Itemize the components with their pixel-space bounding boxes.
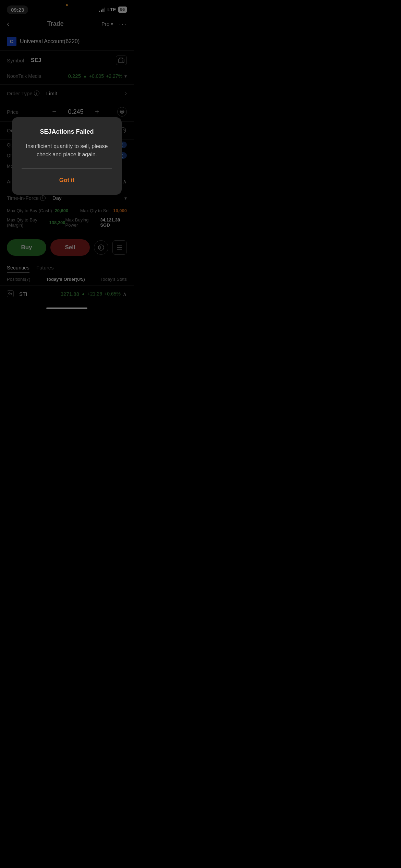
modal-divider (22, 168, 112, 169)
modal-title: SEJActions Failed (22, 128, 112, 135)
modal-message: Insufficient quantity to sell, please ch… (22, 142, 112, 159)
modal-card: SEJActions Failed Insufficient quantity … (12, 117, 122, 195)
modal-overlay: SEJActions Failed Insufficient quantity … (0, 0, 134, 312)
modal-got-it-button[interactable]: Got it (22, 176, 112, 185)
